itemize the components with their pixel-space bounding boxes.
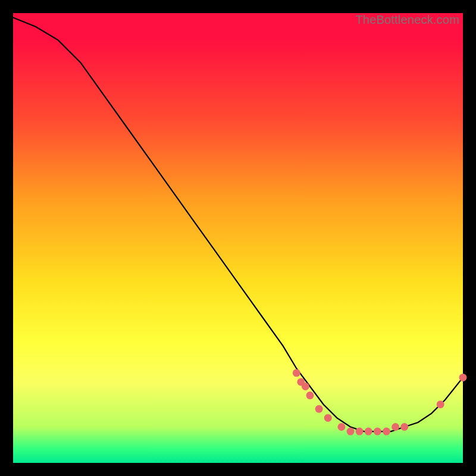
curve-markers — [293, 369, 467, 435]
data-point — [374, 428, 381, 436]
data-point — [337, 423, 345, 431]
curve-svg — [13, 13, 463, 463]
data-point — [437, 400, 444, 408]
chart-frame: TheBottleneck.com — [0, 0, 476, 476]
data-point — [302, 383, 309, 390]
data-point — [306, 392, 314, 399]
plot-area: TheBottleneck.com — [13, 13, 463, 463]
data-point — [365, 428, 372, 436]
data-point — [459, 374, 467, 381]
data-point — [392, 423, 399, 431]
data-point — [400, 423, 408, 431]
data-point — [347, 428, 355, 436]
data-point — [315, 405, 323, 413]
data-point — [293, 369, 300, 377]
data-point — [356, 428, 364, 436]
bottleneck-curve — [13, 18, 463, 432]
data-point — [383, 428, 390, 436]
data-point — [324, 414, 332, 422]
